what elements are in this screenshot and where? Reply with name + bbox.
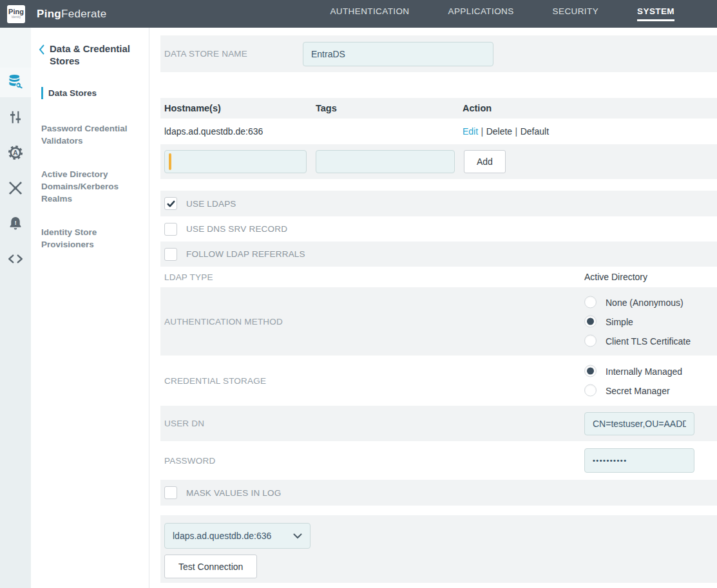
radio-simple[interactable]: Simple: [584, 316, 691, 328]
rail-item-data-stores[interactable]: [7, 73, 24, 90]
action-separator: |: [481, 126, 484, 137]
sidebar-section-title: Data & Credential Stores: [50, 43, 141, 68]
use-ldaps-row: USE LDAPS: [160, 191, 717, 216]
sidebar-back-header[interactable]: Data & Credential Stores: [39, 43, 141, 68]
radio-internally-managed[interactable]: Internally Managed: [584, 365, 682, 377]
use-dns-srv-label: USE DNS SRV RECORD: [186, 224, 287, 234]
sidebar-item-ad-domains-kerberos[interactable]: Active Directory Domains/Kerberos Realms: [41, 168, 137, 205]
main-content: DATA STORE NAME Hostname(s) Tags Action …: [149, 28, 717, 588]
data-store-name-input[interactable]: [303, 42, 493, 66]
radio-secret-manager[interactable]: Secret Manager: [584, 384, 682, 397]
sidebar-item-data-stores[interactable]: Data Stores: [41, 87, 137, 99]
app-title-bold: Ping: [37, 8, 61, 20]
use-ldaps-label: USE LDAPS: [186, 199, 236, 209]
follow-ldap-referrals-row: FOLLOW LDAP REFERRALS: [160, 242, 717, 267]
ldap-type-value: Active Directory: [584, 272, 647, 282]
use-ldaps-checkbox[interactable]: [164, 197, 177, 210]
follow-ldap-referrals-checkbox[interactable]: [164, 248, 177, 261]
rail-item-server-configuration[interactable]: [7, 109, 24, 126]
credential-storage-row: CREDENTIAL STORAGE Internally Managed Se…: [160, 356, 717, 406]
ping-logo-text: Ping: [8, 8, 24, 15]
radio-none-anonymous[interactable]: None (Anonymous): [584, 296, 691, 308]
data-store-name-row: DATA STORE NAME: [160, 35, 717, 72]
radio-circle-selected: [584, 316, 597, 328]
follow-ldap-referrals-label: FOLLOW LDAP REFERRALS: [186, 249, 305, 259]
ldap-type-label: LDAP TYPE: [164, 272, 213, 282]
hostname-table-row: ldaps.ad.questdb.de:636 Edit | Delete | …: [160, 119, 717, 144]
test-connection-button[interactable]: Test Connection: [164, 555, 257, 578]
top-bar: Ping Identity PingFederate AUTHENTICATIO…: [0, 0, 717, 28]
nav-authentication[interactable]: AUTHENTICATION: [330, 6, 409, 21]
hostname-select-value: ldaps.ad.questdb.de:636: [173, 531, 293, 541]
rail-top-section: [0, 28, 31, 68]
rail-item-monitoring-notifications[interactable]: !: [7, 215, 24, 232]
check-icon: [166, 199, 176, 209]
sidebar-item-identity-store-provisioners[interactable]: Identity Store Provisioners: [41, 226, 137, 251]
svg-text:A: A: [13, 149, 18, 156]
bell-alert-icon: !: [7, 223, 24, 234]
use-dns-srv-checkbox[interactable]: [164, 223, 177, 236]
main-nav: AUTHENTICATION APPLICATIONS SECURITY SYS…: [330, 6, 674, 21]
icon-rail: A: [0, 28, 31, 588]
ping-logo: Ping Identity: [7, 5, 25, 23]
authentication-method-label: AUTHENTICATION METHOD: [164, 317, 283, 327]
radio-circle-selected: [584, 365, 597, 377]
node-connections-icon: [7, 187, 24, 198]
radio-client-tls-certificate[interactable]: Client TLS Certificate: [584, 335, 691, 347]
rail-item-admin-operations[interactable]: A: [7, 144, 24, 161]
hostname-cell: ldaps.ad.questdb.de:636: [164, 126, 316, 137]
new-hostname-input[interactable]: [164, 150, 307, 173]
ping-logo-subtext: Identity: [12, 16, 21, 19]
sliders-icon: [7, 117, 24, 128]
nav-system[interactable]: SYSTEM: [637, 6, 674, 21]
data-store-name-label: DATA STORE NAME: [164, 49, 303, 59]
use-dns-srv-row: USE DNS SRV RECORD: [160, 216, 717, 242]
app-title-light: Federate: [61, 8, 106, 20]
user-dn-row: USER DN: [160, 406, 717, 441]
radio-circle: [584, 296, 597, 308]
nav-applications[interactable]: APPLICATIONS: [448, 6, 514, 21]
password-input[interactable]: [584, 448, 694, 473]
nav-security[interactable]: SECURITY: [553, 6, 598, 21]
radio-circle: [584, 384, 597, 397]
header-action: Action: [463, 103, 717, 113]
action-cell: Edit | Delete | Default: [463, 126, 717, 137]
secondary-sidebar: Data & Credential Stores Data Stores Pas…: [31, 28, 149, 588]
test-connection-section: ldaps.ad.questdb.de:636 Test Connection: [160, 515, 717, 583]
header-tags: Tags: [316, 103, 463, 113]
radio-circle: [584, 335, 597, 347]
user-dn-label: USER DN: [164, 419, 204, 428]
app-title: PingFederate: [37, 8, 106, 21]
mask-values-row: MASK VALUES IN LOG: [160, 480, 717, 506]
rail-item-oauth-code[interactable]: [7, 251, 24, 267]
rail-item-external-systems[interactable]: [7, 180, 24, 196]
delete-link[interactable]: Delete: [486, 126, 512, 137]
credential-storage-options: Internally Managed Secret Manager: [584, 365, 682, 397]
user-dn-input[interactable]: [584, 412, 694, 435]
authentication-method-options: None (Anonymous) Simple Client TLS Certi…: [584, 296, 691, 347]
new-hostname-wrap: [164, 150, 307, 173]
svg-text:!: !: [14, 219, 16, 226]
chevron-down-icon: [293, 530, 302, 542]
edit-link[interactable]: Edit: [463, 126, 478, 137]
new-tags-input[interactable]: [316, 150, 455, 173]
authentication-method-row: AUTHENTICATION METHOD None (Anonymous) S…: [160, 287, 717, 356]
sidebar-item-password-credential-validators[interactable]: Password Credential Validators: [41, 122, 137, 147]
password-row: PASSWORD: [160, 441, 717, 480]
default-link[interactable]: Default: [521, 126, 549, 137]
ldap-type-row: LDAP TYPE Active Directory: [160, 267, 717, 287]
hostnames-table-header: Hostname(s) Tags Action: [160, 98, 717, 119]
header-hostnames: Hostname(s): [164, 103, 316, 113]
add-hostname-row: Add: [160, 144, 717, 179]
add-button[interactable]: Add: [464, 150, 506, 173]
database-key-icon: [7, 81, 24, 92]
hostname-select[interactable]: ldaps.ad.questdb.de:636: [164, 523, 311, 549]
gear-a-icon: A: [7, 152, 24, 163]
action-separator: |: [515, 126, 518, 137]
password-label: PASSWORD: [164, 456, 215, 466]
code-brackets-icon: [7, 258, 24, 269]
chevron-left-icon: [39, 44, 45, 68]
text-cursor: [169, 153, 171, 170]
mask-values-checkbox[interactable]: [164, 486, 177, 499]
mask-values-label: MASK VALUES IN LOG: [186, 488, 281, 498]
